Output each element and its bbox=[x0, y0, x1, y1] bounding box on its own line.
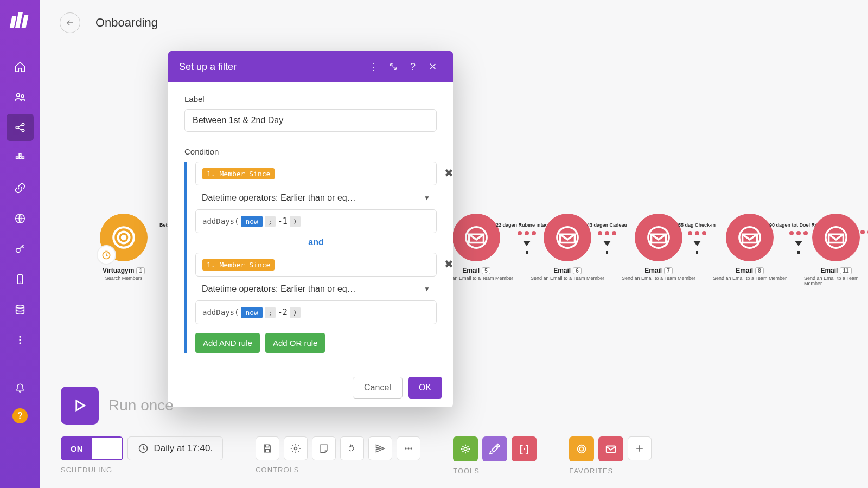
nav-home[interactable] bbox=[7, 53, 34, 80]
svg-point-10 bbox=[19, 339, 21, 341]
svg-point-28 bbox=[580, 447, 584, 451]
nav-devices[interactable] bbox=[7, 266, 34, 293]
svg-point-8 bbox=[16, 305, 24, 309]
filter-segment[interactable]: 55 dag Check-in bbox=[678, 222, 716, 246]
close-icon[interactable]: ✕ bbox=[423, 61, 442, 73]
notes-icon[interactable] bbox=[312, 436, 336, 460]
help-icon[interactable]: ? bbox=[403, 61, 423, 73]
help-badge[interactable]: ? bbox=[12, 408, 28, 423]
node-subtitle: Search Members bbox=[105, 275, 143, 281]
sidebar: ? bbox=[0, 0, 40, 488]
remove-condition-icon[interactable]: ✖ bbox=[444, 166, 453, 179]
svg-point-1 bbox=[21, 95, 24, 98]
svg-point-26 bbox=[464, 447, 467, 451]
chevron-down-icon: ▼ bbox=[424, 285, 430, 293]
favorite-email[interactable] bbox=[598, 436, 623, 461]
more-icon[interactable]: ⋮ bbox=[364, 61, 384, 73]
page-title: Onboarding bbox=[95, 16, 158, 30]
app-logo bbox=[11, 10, 29, 28]
run-label: Run once bbox=[108, 397, 174, 414]
nav-team[interactable] bbox=[7, 84, 34, 111]
header: Onboarding bbox=[40, 0, 868, 46]
explain-flow-icon[interactable] bbox=[368, 436, 392, 460]
nav-datastores[interactable] bbox=[7, 296, 34, 323]
tool-tools[interactable] bbox=[482, 436, 507, 461]
nav-webhooks[interactable] bbox=[7, 205, 34, 232]
scheduling-toggle[interactable]: ON bbox=[61, 436, 123, 460]
run-button[interactable] bbox=[61, 387, 99, 425]
nav-more[interactable] bbox=[7, 326, 34, 354]
add-and-rule-button[interactable]: Add AND rule bbox=[195, 333, 260, 353]
nav-keys[interactable] bbox=[7, 235, 34, 262]
nav-connections[interactable] bbox=[7, 175, 34, 202]
nav-notifications[interactable] bbox=[7, 374, 34, 401]
condition-field-label: Condition bbox=[184, 147, 437, 156]
back-button[interactable] bbox=[60, 12, 80, 33]
add-favorite-button[interactable] bbox=[628, 436, 652, 460]
clock-icon bbox=[97, 245, 116, 265]
remove-condition-icon[interactable]: ✖ bbox=[444, 258, 453, 271]
svg-point-0 bbox=[17, 94, 20, 97]
condition-field[interactable]: 1. Member Since ✖ bbox=[195, 162, 437, 185]
condition-field[interactable]: 1. Member Since ✖ bbox=[195, 253, 437, 277]
filter-modal: Set up a filter ⋮ ? ✕ Label Condition 1.… bbox=[168, 51, 453, 407]
more-controls-icon[interactable] bbox=[397, 436, 420, 460]
svg-point-6 bbox=[16, 248, 20, 252]
svg-point-22 bbox=[295, 447, 297, 450]
filter-segment[interactable]: 43 dagen Cadeau bbox=[587, 222, 627, 246]
operator-select[interactable]: Datetime operators: Earlier than or eq… … bbox=[195, 190, 437, 209]
svg-point-27 bbox=[578, 445, 586, 453]
nav-templates[interactable] bbox=[7, 144, 34, 171]
svg-point-11 bbox=[19, 342, 21, 344]
operator-select[interactable]: Datetime operators: Earlier than or eq… … bbox=[195, 281, 437, 300]
label-field-label: Label bbox=[184, 94, 437, 104]
node-virtuagym[interactable]: Virtuagym1 Search Members bbox=[100, 214, 148, 281]
clock-icon bbox=[138, 443, 149, 454]
svg-point-25 bbox=[411, 447, 412, 449]
expand-icon[interactable] bbox=[384, 62, 403, 71]
bottom-bar: Run once ON Daily at 17:40. SCHEDULING bbox=[61, 387, 857, 475]
chevron-down-icon: ▼ bbox=[424, 194, 430, 202]
nav-scenarios[interactable] bbox=[7, 114, 34, 141]
label-input[interactable] bbox=[184, 109, 437, 132]
auto-align-icon[interactable] bbox=[340, 436, 364, 460]
svg-point-24 bbox=[408, 447, 410, 449]
node-email[interactable]: Email11Send an Email to a Team Member bbox=[804, 214, 868, 286]
and-separator: and bbox=[195, 237, 437, 247]
tool-flow[interactable] bbox=[453, 436, 478, 461]
svg-point-14 bbox=[122, 236, 125, 239]
value-field[interactable]: addDays( now ; -1 ) bbox=[195, 209, 437, 233]
add-or-rule-button[interactable]: Add OR rule bbox=[265, 333, 326, 353]
node-title: Virtuagym bbox=[103, 267, 134, 274]
save-icon[interactable] bbox=[256, 436, 279, 460]
svg-point-9 bbox=[19, 336, 21, 338]
value-field[interactable]: addDays( now ; -2 ) bbox=[195, 300, 437, 324]
tool-text[interactable]: [·] bbox=[512, 436, 537, 461]
schedule-display[interactable]: Daily at 17:40. bbox=[127, 436, 224, 460]
modal-title: Set up a filter bbox=[179, 61, 364, 73]
favorite-virtuagym[interactable] bbox=[569, 436, 594, 461]
svg-point-23 bbox=[405, 447, 407, 449]
settings-icon[interactable] bbox=[284, 436, 308, 460]
